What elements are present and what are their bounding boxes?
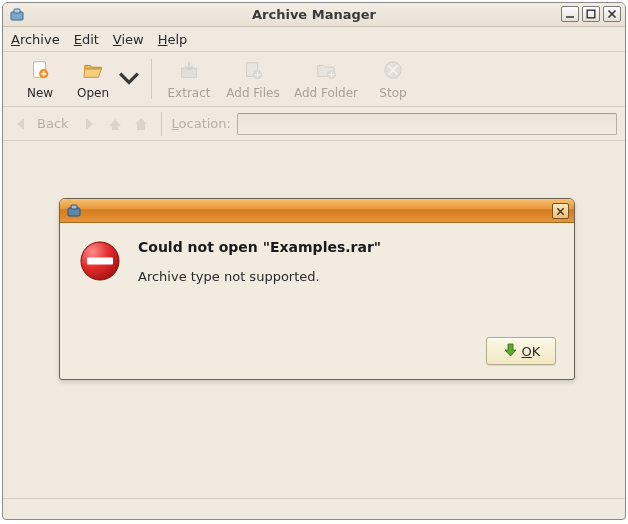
archive-app-icon (66, 203, 82, 219)
menu-archive[interactable]: Archive (11, 32, 60, 47)
forward-button (79, 114, 99, 134)
menu-help[interactable]: Help (158, 32, 188, 47)
svg-rect-16 (71, 205, 77, 209)
add-files-icon (241, 59, 265, 84)
maximize-button[interactable] (582, 6, 600, 22)
svg-rect-3 (587, 10, 595, 18)
stop-button: Stop (366, 55, 420, 103)
stop-icon (381, 59, 405, 84)
svg-rect-20 (87, 258, 113, 265)
locbar-separator (161, 112, 162, 136)
toolbar-separator (151, 59, 152, 99)
open-folder-icon (81, 59, 105, 84)
home-button (131, 114, 151, 134)
window-controls (561, 6, 621, 22)
chevron-down-icon[interactable] (117, 67, 141, 92)
new-button[interactable]: New (13, 55, 67, 103)
menu-edit[interactable]: Edit (74, 32, 99, 47)
error-dialog: Could not open "Examples.rar" Archive ty… (59, 198, 575, 380)
location-label: Location: (172, 116, 231, 131)
open-button[interactable]: Open (71, 55, 141, 103)
dialog-message: Archive type not supported. (138, 269, 381, 284)
dialog-titlebar (60, 199, 574, 223)
add-folder-button: Add Folder (290, 55, 362, 103)
menubar: Archive Edit View Help (3, 27, 625, 52)
open-label: Open (77, 86, 109, 100)
apply-check-icon (502, 342, 518, 361)
dialog-close-button[interactable] (552, 203, 569, 219)
new-doc-icon (28, 59, 52, 84)
stop-label: Stop (379, 86, 406, 100)
add-files-label: Add Files (226, 86, 279, 100)
toolbar: New Open Extract Add Files (3, 52, 625, 107)
back-button (11, 114, 31, 134)
back-label: Back (37, 116, 69, 131)
minimize-button[interactable] (561, 6, 579, 22)
add-folder-icon (314, 59, 338, 84)
add-files-button: Add Files (220, 55, 286, 103)
dialog-text: Could not open "Examples.rar" Archive ty… (138, 239, 381, 284)
dialog-heading: Could not open "Examples.rar" (138, 239, 381, 255)
main-window: Archive Manager Archive Edit View Help N… (2, 2, 626, 520)
archive-app-icon (9, 7, 25, 23)
ok-label: OK (522, 344, 541, 359)
ok-button[interactable]: OK (486, 337, 556, 365)
extract-button: Extract (162, 55, 216, 103)
extract-icon (177, 59, 201, 84)
location-input[interactable] (237, 113, 617, 135)
add-folder-label: Add Folder (294, 86, 358, 100)
window-title: Archive Manager (3, 7, 625, 22)
up-button (105, 114, 125, 134)
error-icon (78, 239, 122, 283)
new-label: New (27, 86, 53, 100)
menu-view[interactable]: View (113, 32, 144, 47)
dialog-actions: OK (486, 337, 556, 365)
location-bar: Back Location: (3, 107, 625, 141)
svg-rect-1 (14, 9, 20, 13)
statusbar (3, 499, 625, 519)
close-button[interactable] (603, 6, 621, 22)
dialog-body: Could not open "Examples.rar" Archive ty… (60, 223, 574, 294)
titlebar: Archive Manager (3, 3, 625, 27)
extract-label: Extract (168, 86, 211, 100)
